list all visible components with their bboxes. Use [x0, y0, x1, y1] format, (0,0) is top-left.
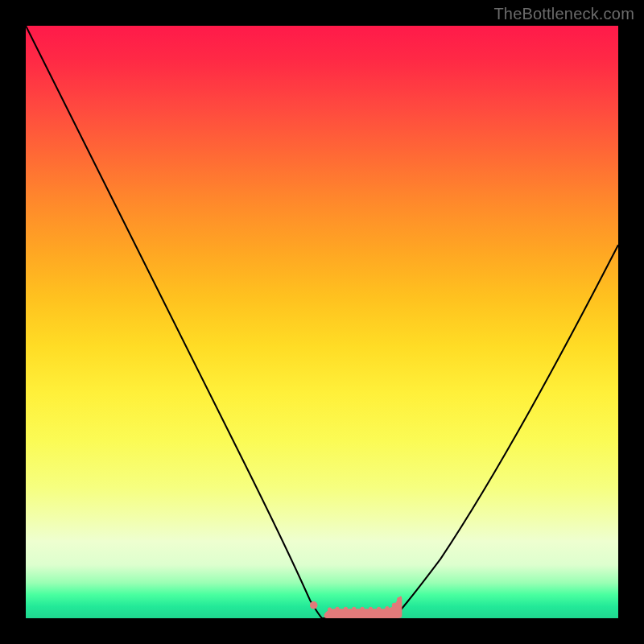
min-marker-group: [310, 597, 402, 618]
chart-frame: TheBottleneck.com: [0, 0, 644, 644]
bottleneck-curve: [26, 26, 618, 618]
svg-point-2: [344, 607, 348, 611]
curve-left: [26, 26, 322, 618]
svg-point-9: [397, 597, 401, 601]
svg-point-5: [369, 607, 373, 611]
plot-area: [26, 26, 618, 618]
svg-point-1: [336, 607, 340, 611]
svg-point-6: [377, 607, 381, 611]
svg-point-8: [392, 603, 397, 608]
svg-point-3: [352, 607, 356, 611]
min-dot-icon: [310, 601, 318, 609]
source-attribution: TheBottleneck.com: [493, 5, 634, 23]
svg-point-0: [328, 607, 332, 611]
svg-point-7: [385, 606, 389, 610]
svg-point-4: [360, 607, 364, 611]
curve-right: [393, 245, 618, 618]
